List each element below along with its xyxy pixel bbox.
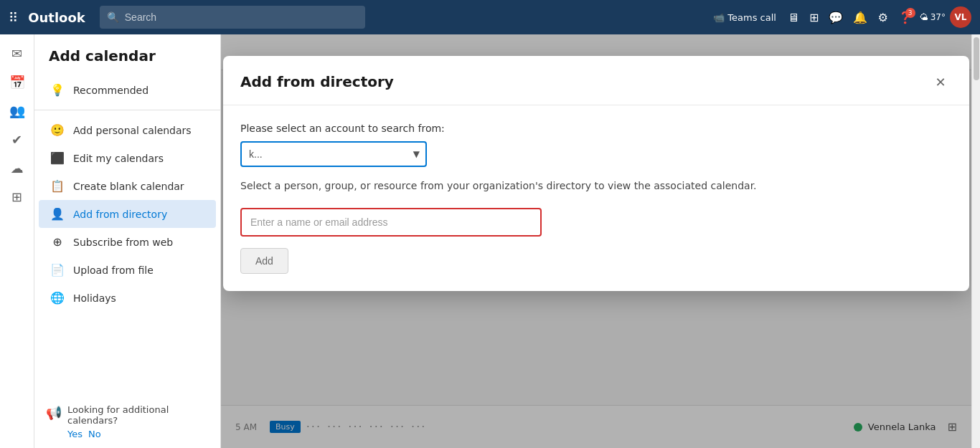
name-email-input[interactable] bbox=[240, 208, 542, 237]
add-calendar-sidebar: Add calendar 💡 Recommended 🙂 Add persona… bbox=[34, 34, 221, 448]
holidays-icon: 🌐 bbox=[50, 291, 65, 305]
sidebar-item-edit-label: Edit my calendars bbox=[73, 153, 164, 164]
add-button[interactable]: Add bbox=[240, 248, 288, 274]
account-select-label: Please select an account to search from: bbox=[240, 123, 952, 134]
sidebar-item-add-directory-label: Add from directory bbox=[73, 209, 167, 220]
search-input[interactable] bbox=[125, 11, 358, 23]
looking-for-icon: 📢 bbox=[46, 405, 62, 420]
sidebar-item-create-blank-label: Create blank calendar bbox=[73, 181, 184, 192]
sidebar-item-edit-my[interactable]: ⬛ Edit my calendars bbox=[39, 144, 216, 172]
temperature: 37° bbox=[930, 12, 946, 22]
create-blank-icon: 📋 bbox=[50, 179, 65, 193]
no-link[interactable]: No bbox=[88, 429, 101, 439]
apps-icon[interactable]: ⊞ bbox=[806, 8, 821, 27]
teams-call-label: Teams call bbox=[727, 12, 776, 23]
rail-calendar-icon[interactable]: 📅 bbox=[4, 69, 30, 95]
account-select-wrapper: k... ▼ bbox=[240, 141, 427, 167]
recommended-icon: 💡 bbox=[50, 83, 65, 97]
modal-description: Select a person, group, or resource from… bbox=[240, 178, 952, 194]
modal-header: Add from directory ✕ bbox=[223, 56, 969, 105]
sidebar-item-holidays[interactable]: 🌐 Holidays bbox=[39, 284, 216, 312]
close-icon: ✕ bbox=[935, 75, 946, 90]
looking-for-section: 📢 Looking for additional calendars? Yes … bbox=[46, 404, 209, 439]
add-directory-icon: 👤 bbox=[50, 207, 65, 221]
sidebar-item-upload-file[interactable]: 📄 Upload from file bbox=[39, 256, 216, 284]
scroll-thumb bbox=[974, 37, 979, 80]
yes-link[interactable]: Yes bbox=[67, 429, 83, 439]
rail-onedrive-icon[interactable]: ☁ bbox=[4, 155, 30, 181]
sidebar-item-subscribe-web-label: Subscribe from web bbox=[73, 237, 173, 248]
video-icon: 📹 bbox=[713, 12, 725, 23]
search-icon: 🔍 bbox=[107, 11, 119, 23]
waffle-icon[interactable]: ⠿ bbox=[9, 10, 18, 25]
sidebar-item-upload-file-label: Upload from file bbox=[73, 264, 154, 276]
sidebar-bottom: 📢 Looking for additional calendars? Yes … bbox=[34, 396, 220, 448]
rail-apps-icon[interactable]: ⊞ bbox=[4, 184, 30, 209]
sidebar-item-add-directory[interactable]: 👤 Add from directory bbox=[39, 200, 216, 228]
feedback-icon[interactable]: 💬 bbox=[826, 8, 846, 27]
sidebar-item-subscribe-web[interactable]: ⊕ Subscribe from web bbox=[39, 228, 216, 256]
looking-for-text: Looking for additional calendars? bbox=[67, 404, 209, 426]
subscribe-web-icon: ⊕ bbox=[50, 235, 65, 249]
upload-file-icon: 📄 bbox=[50, 263, 65, 277]
rail-mail-icon[interactable]: ✉ bbox=[4, 40, 30, 66]
search-wrapper bbox=[240, 208, 542, 237]
looking-for-links: Yes No bbox=[67, 429, 209, 439]
settings-icon[interactable]: ⚙ bbox=[875, 8, 890, 27]
content-area: Add from directory ✕ Please select an ac… bbox=[221, 34, 971, 448]
app-logo: Outlook bbox=[28, 10, 85, 25]
notification-badge: 3 bbox=[905, 8, 915, 18]
topbar-actions: 📹 Teams call 🖥 ⊞ 💬 🔔 ⚙ ❓ 3 🌤 37° VL bbox=[709, 6, 971, 28]
modal-close-button[interactable]: ✕ bbox=[929, 70, 952, 93]
topbar: ⠿ Outlook 🔍 📹 Teams call 🖥 ⊞ 💬 🔔 ⚙ ❓ 3 🌤… bbox=[0, 0, 980, 34]
sidebar-item-create-blank[interactable]: 📋 Create blank calendar bbox=[39, 172, 216, 200]
rail-people-icon[interactable]: 👥 bbox=[4, 97, 30, 123]
add-personal-icon: 🙂 bbox=[50, 123, 65, 137]
edit-my-icon: ⬛ bbox=[50, 151, 65, 165]
avatar[interactable]: VL bbox=[950, 6, 971, 28]
sidebar-item-add-personal[interactable]: 🙂 Add personal calendars bbox=[39, 116, 216, 144]
modal-body: Please select an account to search from:… bbox=[223, 105, 969, 291]
add-from-directory-modal: Add from directory ✕ Please select an ac… bbox=[223, 56, 969, 291]
side-rail: ✉ 📅 👥 ✔ ☁ ⊞ bbox=[0, 34, 34, 448]
sidebar-item-add-personal-label: Add personal calendars bbox=[73, 125, 192, 136]
sidebar-divider-1 bbox=[34, 110, 220, 110]
scrollbar-right[interactable] bbox=[971, 34, 980, 448]
search-bar[interactable]: 🔍 bbox=[100, 6, 365, 29]
sidebar-item-recommended-label: Recommended bbox=[73, 85, 149, 96]
main-container: ✉ 📅 👥 ✔ ☁ ⊞ Add calendar 💡 Recommended 🙂… bbox=[0, 34, 980, 448]
account-select[interactable]: k... bbox=[240, 141, 427, 167]
rail-tasks-icon[interactable]: ✔ bbox=[4, 126, 30, 152]
help-icon[interactable]: ❓ 3 bbox=[895, 8, 915, 27]
bell-icon[interactable]: 🔔 bbox=[850, 8, 870, 27]
teams-call-button[interactable]: 📹 Teams call bbox=[709, 9, 781, 26]
sidebar-title: Add calendar bbox=[34, 34, 220, 76]
weather-widget: 🌤 37° bbox=[920, 12, 946, 22]
present-icon[interactable]: 🖥 bbox=[785, 8, 802, 27]
weather-icon: 🌤 bbox=[920, 12, 928, 22]
sidebar-item-recommended[interactable]: 💡 Recommended bbox=[39, 76, 216, 104]
modal-title: Add from directory bbox=[240, 73, 394, 90]
sidebar-item-holidays-label: Holidays bbox=[73, 292, 116, 304]
modal-overlay: Add from directory ✕ Please select an ac… bbox=[221, 34, 971, 448]
